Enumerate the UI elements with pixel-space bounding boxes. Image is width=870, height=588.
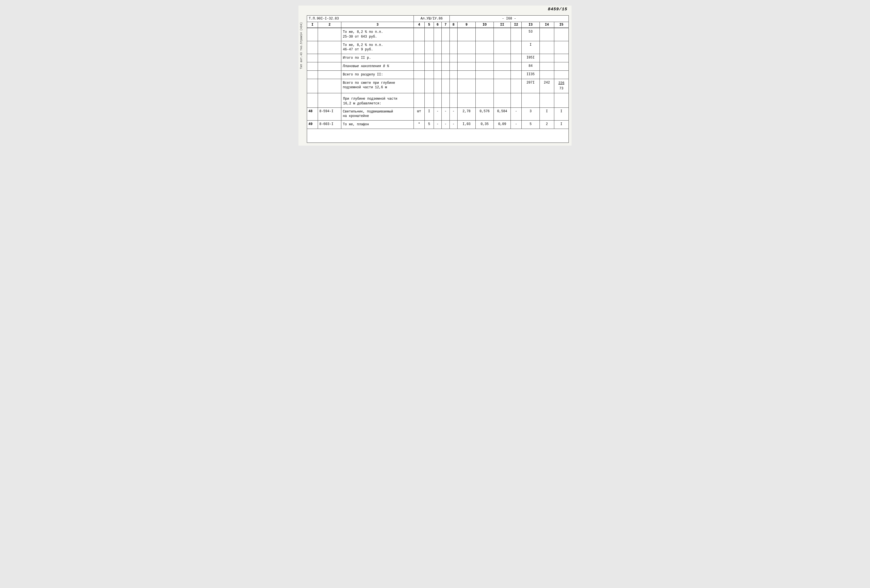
col-header-13: I3 (522, 22, 540, 28)
cell-8-6: - (434, 107, 442, 120)
table-row: Всего по разделу II: II35 (307, 70, 569, 79)
col-header-9: 9 (457, 22, 476, 28)
cell-7-13 (522, 93, 540, 107)
cell-1-9 (457, 28, 476, 41)
cell-4-1 (307, 62, 318, 70)
cell-4-8 (450, 62, 457, 70)
cell-5-11 (494, 70, 511, 79)
cell-6-11 (494, 79, 511, 93)
cell-2-11 (494, 41, 511, 54)
cell-5-9 (457, 70, 476, 79)
cell-9-4: " (414, 120, 425, 129)
cell-2-15 (554, 41, 569, 54)
cell-5-8 (450, 70, 457, 79)
cell-7-9 (457, 93, 476, 107)
cell-3-2 (318, 54, 341, 62)
cell-6-5 (425, 79, 434, 93)
cell-1-7 (442, 28, 450, 41)
cell-2-7 (442, 41, 450, 54)
cell-4-11 (494, 62, 511, 70)
cell-8-4: шт (414, 107, 425, 120)
table-row: То же, 8,2 % по п.п.25-30 от 643 руб. 53 (307, 28, 569, 41)
cell-3-8 (450, 54, 457, 62)
cell-5-5 (425, 70, 434, 79)
cell-2-1 (307, 41, 318, 54)
cell-6-3: Всего по смете при глубинеподземной част… (341, 79, 414, 93)
cell-9-8: - (450, 120, 457, 129)
cell-4-14 (539, 62, 554, 70)
cell-2-13: I (522, 41, 540, 54)
cell-8-7: - (442, 107, 450, 120)
cell-9-11: 0,09 (494, 120, 511, 129)
cell-8-3: Светильник, подвешиваемыйна кронштейне (341, 107, 414, 120)
section-header-row: При глубине подземной части16,2 м добавл… (307, 93, 569, 107)
table-row: 49 8-603-I То же, плафон " 5 - - - I,03 … (307, 120, 569, 129)
table-row: То же, 8,2 % по п.п.46-47 от 9 руб. I (307, 41, 569, 54)
cell-8-1: 48 (307, 107, 318, 120)
side-label: Тип ант.43 тно.5трам14 (434) (300, 22, 303, 69)
cell-2-4 (414, 41, 425, 54)
cell-8-14: I (539, 107, 554, 120)
cell-8-13: 3 (522, 107, 540, 120)
cell-4-2 (318, 62, 341, 70)
cell-5-6 (434, 70, 442, 79)
main-table: Т.П.90I-I-32.83 Ал.УШ/IУ.86 - I68 - I 2 … (307, 15, 569, 143)
cell-5-15 (554, 70, 569, 79)
table-row: 48 8-594-I Светильник, подвешиваемыйна к… (307, 107, 569, 120)
cell-5-3: Всего по разделу II: (341, 70, 414, 79)
cell-7-11 (494, 93, 511, 107)
cell-1-2 (318, 28, 341, 41)
cell-2-6 (434, 41, 442, 54)
cell-4-5 (425, 62, 434, 70)
cell-7-7 (442, 93, 450, 107)
table-row: Итого по II р. I05I (307, 54, 569, 62)
cell-3-11 (494, 54, 511, 62)
cell-6-12 (511, 79, 522, 93)
cell-9-7: - (442, 120, 450, 129)
cell-3-12 (511, 54, 522, 62)
cell-1-8 (450, 28, 457, 41)
padding-cell (307, 129, 569, 143)
cell-7-14 (539, 93, 554, 107)
cell-6-4 (414, 79, 425, 93)
col-header-12: I2 (511, 22, 522, 28)
cell-3-7 (442, 54, 450, 62)
cell-4-7 (442, 62, 450, 70)
cell-4-4 (414, 62, 425, 70)
col-header-3: 3 (341, 22, 414, 28)
cell-6-15: 226 73 (554, 79, 569, 93)
cell-2-9 (457, 41, 476, 54)
header-row-1: Т.П.90I-I-32.83 Ал.УШ/IУ.86 - I68 - (307, 16, 569, 22)
cell-1-6 (434, 28, 442, 41)
cell-3-13: I05I (522, 54, 540, 62)
cell-1-3: То же, 8,2 % по п.п.25-30 от 643 руб. (341, 28, 414, 41)
cell-9-6: - (434, 120, 442, 129)
cell-1-11 (494, 28, 511, 41)
cell-7-8 (450, 93, 457, 107)
cell-6-13: 207I (522, 79, 540, 93)
cell-5-7 (442, 70, 450, 79)
cell-9-2: 8-603-I (318, 120, 341, 129)
cell-5-14 (539, 70, 554, 79)
cell-8-10: 0,576 (476, 107, 494, 120)
cell-4-15 (554, 62, 569, 70)
col-header-7: 7 (442, 22, 450, 28)
column-header-row: I 2 3 4 5 6 7 8 9 IO II I2 I3 I4 I5 (307, 22, 569, 28)
cell-9-5: 5 (425, 120, 434, 129)
cell-7-1 (307, 93, 318, 107)
cell-8-5: I (425, 107, 434, 120)
cell-9-15: I (554, 120, 569, 129)
cell-9-3: То же, плафон (341, 120, 414, 129)
cell-5-2 (318, 70, 341, 79)
cell-4-6 (434, 62, 442, 70)
cell-3-4 (414, 54, 425, 62)
padding-row (307, 129, 569, 143)
cell-2-10 (476, 41, 494, 54)
cell-6-10 (476, 79, 494, 93)
cell-2-8 (450, 41, 457, 54)
cell-1-14 (539, 28, 554, 41)
col-header-1: I (307, 22, 318, 28)
cell-3-1 (307, 54, 318, 62)
cell-5-10 (476, 70, 494, 79)
cell-9-1: 49 (307, 120, 318, 129)
